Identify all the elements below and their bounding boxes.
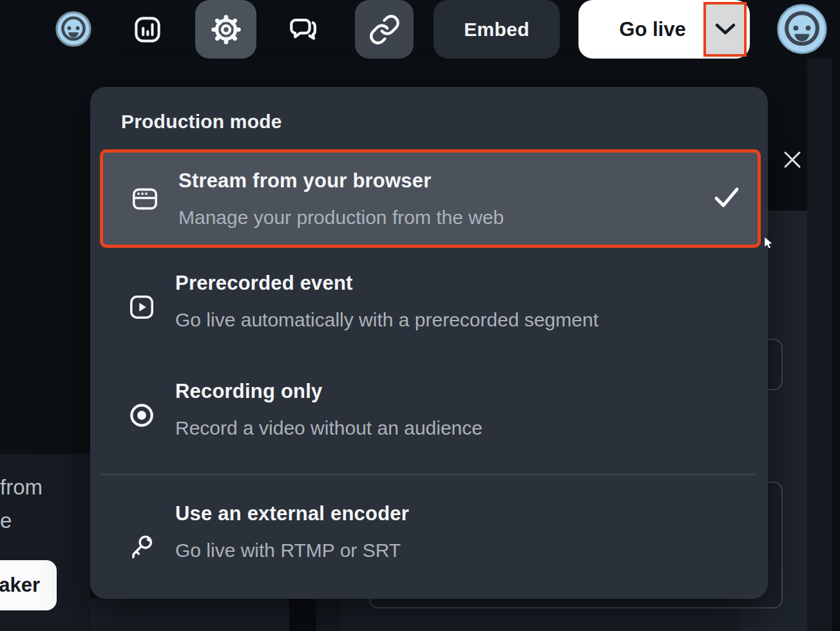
background-column-divider — [289, 598, 316, 631]
key-icon — [127, 532, 157, 561]
chat-bubbles-icon — [286, 13, 320, 46]
background-column-divider — [316, 598, 341, 631]
go-live-dropdown-toggle[interactable] — [703, 2, 747, 57]
menu-item-subtitle: Record a video without an audience — [175, 417, 482, 439]
menu-item-title: Use an external encoder — [175, 502, 409, 525]
share-link-button[interactable] — [355, 0, 414, 59]
close-icon — [782, 149, 803, 170]
top-toolbar: Embed Go live — [0, 0, 840, 59]
menu-item-external-encoder[interactable]: Use an external encoder Go live with RTM… — [100, 501, 761, 576]
menu-header: Production mode — [121, 111, 282, 133]
close-button[interactable] — [781, 148, 804, 171]
link-icon — [368, 14, 401, 46]
chevron-down-icon — [714, 23, 736, 36]
gear-icon — [209, 13, 243, 46]
browser-icon — [130, 184, 160, 214]
settings-button[interactable] — [195, 0, 256, 59]
menu-item-subtitle: Go live automatically with a prerecorded… — [175, 309, 598, 331]
right-side-strip — [807, 58, 832, 631]
partial-background-text: e — [0, 509, 12, 533]
menu-item-stream-from-browser[interactable]: Stream from your browser Manage your pro… — [100, 149, 761, 248]
stats-button[interactable] — [117, 0, 178, 59]
checkmark-icon — [712, 185, 741, 209]
smiley-avatar-icon — [55, 11, 91, 47]
production-mode-menu: Production mode Stream from your browser… — [90, 87, 768, 599]
menu-item-title: Stream from your browser — [178, 169, 431, 193]
menu-item-title: Recording only — [175, 380, 322, 403]
go-live-split-button[interactable]: Go live — [578, 0, 750, 59]
embed-button-label: Embed — [464, 19, 530, 41]
go-live-label: Go live — [604, 0, 701, 59]
smiley-avatar-icon — [777, 4, 827, 54]
record-icon — [127, 400, 157, 430]
chat-button[interactable] — [272, 0, 333, 59]
partial-background-text: from — [0, 475, 43, 500]
menu-item-prerecorded-event[interactable]: Prerecorded event Go live automatically … — [100, 270, 761, 345]
menu-item-title: Prerecorded event — [175, 272, 353, 295]
embed-button[interactable]: Embed — [434, 0, 560, 59]
menu-item-subtitle: Go live with RTMP or SRT — [175, 540, 401, 561]
menu-item-recording-only[interactable]: Recording only Record a video without an… — [100, 379, 761, 453]
partial-button-label: aker — [0, 574, 40, 597]
user-avatar[interactable] — [777, 4, 827, 54]
partial-speaker-button[interactable]: aker — [0, 560, 57, 610]
source-avatar[interactable] — [55, 11, 91, 47]
right-edge-strip — [832, 58, 840, 631]
menu-divider — [100, 474, 756, 475]
play-square-icon — [127, 292, 157, 322]
menu-item-subtitle: Manage your production from the web — [178, 207, 504, 229]
mouse-cursor — [764, 237, 774, 249]
bar-chart-icon — [131, 14, 164, 46]
